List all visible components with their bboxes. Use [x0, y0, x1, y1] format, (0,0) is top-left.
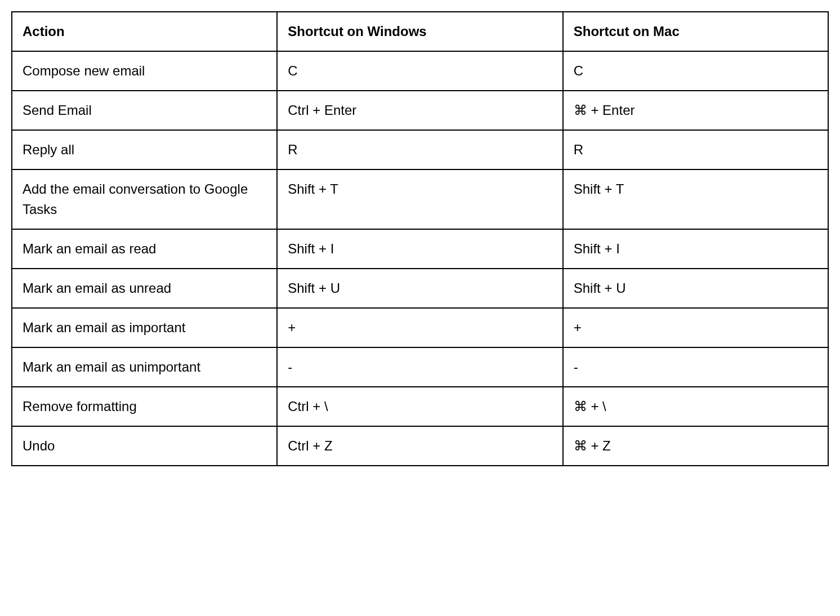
header-action: Action [12, 12, 277, 51]
shortcuts-table: Action Shortcut on Windows Shortcut on M… [11, 11, 829, 466]
cell-windows: Ctrl + Enter [277, 91, 563, 130]
cell-windows: R [277, 130, 563, 169]
cell-windows: Ctrl + Z [277, 426, 563, 466]
cell-action: Mark an email as unimportant [12, 347, 277, 387]
cell-action: Mark an email as unread [12, 269, 277, 308]
cell-action: Mark an email as important [12, 308, 277, 347]
cell-mac: ⌘ + Enter [563, 91, 828, 130]
cell-mac: C [563, 51, 828, 91]
table-row: Mark an email as read Shift + I Shift + … [12, 229, 828, 269]
table-row: Add the email conversation to Google Tas… [12, 169, 828, 229]
cell-windows: Shift + T [277, 169, 563, 229]
table-row: Mark an email as unread Shift + U Shift … [12, 269, 828, 308]
table-row: Compose new email C C [12, 51, 828, 91]
cell-action: Compose new email [12, 51, 277, 91]
cell-mac: Shift + U [563, 269, 828, 308]
cell-mac: ⌘ + Z [563, 426, 828, 466]
cell-mac: Shift + T [563, 169, 828, 229]
cell-mac: Shift + I [563, 229, 828, 269]
cell-action: Remove formatting [12, 387, 277, 426]
cell-action: Undo [12, 426, 277, 466]
table-row: Reply all R R [12, 130, 828, 169]
cell-windows: Ctrl + \ [277, 387, 563, 426]
cell-windows: - [277, 347, 563, 387]
table-row: Mark an email as important + + [12, 308, 828, 347]
table-row: Remove formatting Ctrl + \ ⌘ + \ [12, 387, 828, 426]
cell-windows: Shift + U [277, 269, 563, 308]
table-header-row: Action Shortcut on Windows Shortcut on M… [12, 12, 828, 51]
cell-windows: + [277, 308, 563, 347]
cell-mac: ⌘ + \ [563, 387, 828, 426]
table-row: Send Email Ctrl + Enter ⌘ + Enter [12, 91, 828, 130]
cell-action: Mark an email as read [12, 229, 277, 269]
cell-windows: C [277, 51, 563, 91]
cell-windows: Shift + I [277, 229, 563, 269]
cell-mac: R [563, 130, 828, 169]
table-row: Mark an email as unimportant - - [12, 347, 828, 387]
header-mac: Shortcut on Mac [563, 12, 828, 51]
cell-action: Reply all [12, 130, 277, 169]
cell-mac: - [563, 347, 828, 387]
table-row: Undo Ctrl + Z ⌘ + Z [12, 426, 828, 466]
header-windows: Shortcut on Windows [277, 12, 563, 51]
cell-action: Add the email conversation to Google Tas… [12, 169, 277, 229]
cell-mac: + [563, 308, 828, 347]
cell-action: Send Email [12, 91, 277, 130]
